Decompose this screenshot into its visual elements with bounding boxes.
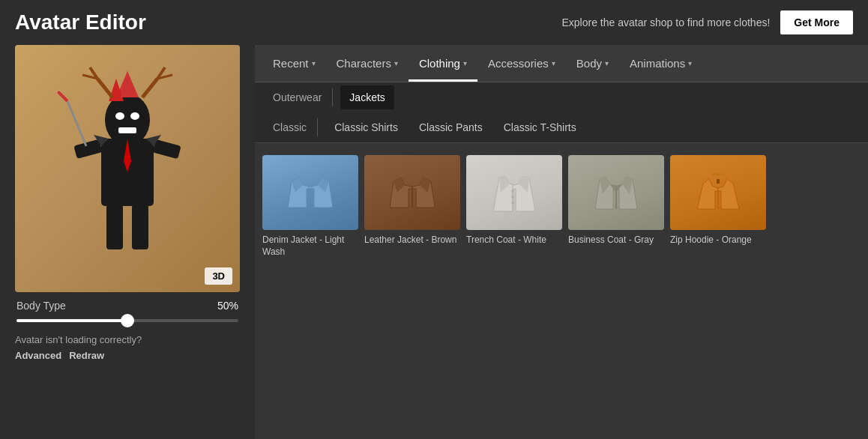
- tab-clothing-label: Clothing: [419, 57, 460, 70]
- tab-characters-label: Characters: [337, 57, 391, 70]
- tab-accessories[interactable]: Accessories ▾: [477, 45, 566, 82]
- svg-point-27: [511, 196, 514, 199]
- avatar-figure: [52, 56, 202, 281]
- svg-point-28: [511, 202, 514, 205]
- svg-point-1: [105, 94, 150, 146]
- avatar-3d-badge[interactable]: 3D: [205, 267, 232, 285]
- svg-rect-12: [118, 127, 136, 133]
- tab-accessories-chevron: ▾: [552, 59, 555, 67]
- item-leather-jacket-name: Leather Jacket - Brown: [364, 234, 460, 246]
- tab-animations[interactable]: Animations ▾: [619, 45, 702, 82]
- tab-clothing[interactable]: Clothing ▾: [409, 45, 477, 82]
- svg-rect-13: [73, 139, 102, 159]
- item-denim-jacket-name: Denim Jacket - Light Wash: [262, 234, 358, 258]
- item-zip-hoodie-name: Zip Hoodie - Orange: [670, 234, 766, 246]
- item-zip-hoodie[interactable]: Zip Hoodie - Orange: [670, 155, 766, 258]
- svg-rect-31: [717, 179, 720, 184]
- main-content: 3D Body Type 50% Avatar isn't loading co…: [0, 45, 868, 439]
- tab-recent-label: Recent: [273, 57, 309, 70]
- tab-recent-chevron: ▾: [312, 59, 316, 67]
- app-header: Avatar Editor Explore the avatar shop to…: [0, 0, 868, 45]
- avatar-panel: 3D Body Type 50% Avatar isn't loading co…: [0, 45, 255, 439]
- nav-tabs: Recent ▾ Characters ▾ Clothing ▾ Accesso…: [255, 45, 868, 82]
- tab-accessories-label: Accessories: [488, 57, 549, 70]
- svg-line-7: [142, 79, 157, 97]
- avatar-error-text: Avatar isn't loading correctly?: [15, 334, 240, 345]
- svg-point-26: [511, 190, 514, 193]
- items-grid: Denim Jacket - Light Wash Leather Jacket…: [255, 143, 868, 270]
- sub-nav-classic-shirts[interactable]: Classic Shirts: [325, 115, 407, 139]
- tab-recent[interactable]: Recent ▾: [262, 45, 326, 82]
- body-type-row: Body Type 50%: [15, 300, 240, 312]
- app-title: Avatar Editor: [15, 10, 146, 34]
- svg-rect-17: [132, 205, 148, 249]
- tab-clothing-chevron: ▾: [463, 59, 467, 67]
- zip-hoodie-svg: [688, 163, 748, 222]
- slider-fill: [16, 319, 127, 322]
- sub-nav-classic-items: Classic Shirts Classic Pants Classic T-S…: [318, 112, 593, 142]
- business-coat-svg: [586, 163, 646, 222]
- svg-line-15: [67, 101, 86, 146]
- item-zip-hoodie-image: [670, 155, 766, 230]
- avatar-preview: 3D: [15, 45, 240, 292]
- item-trench-coat-image: [466, 155, 562, 230]
- item-business-coat-name: Business Coat - Gray: [568, 234, 664, 246]
- tab-characters-chevron: ▾: [394, 59, 398, 67]
- slider-thumb[interactable]: [121, 314, 134, 327]
- item-leather-jacket-image: [364, 155, 460, 230]
- tab-body-chevron: ▾: [605, 59, 609, 67]
- sub-nav-classic-row: Classic Classic Shirts Classic Pants Cla…: [255, 112, 868, 142]
- sub-nav-outerwear-items: Jackets: [333, 82, 401, 112]
- body-type-value: 50%: [217, 300, 238, 312]
- sub-nav-jackets[interactable]: Jackets: [340, 85, 394, 109]
- item-trench-coat[interactable]: Trench Coat - White: [466, 155, 562, 258]
- sub-nav: Outerwear Jackets Classic Classic Shirts…: [255, 82, 868, 143]
- body-type-slider-row: [15, 316, 240, 322]
- tab-characters[interactable]: Characters ▾: [326, 45, 409, 82]
- svg-point-11: [130, 112, 139, 120]
- item-denim-jacket-image: [262, 155, 358, 230]
- tab-animations-label: Animations: [630, 57, 685, 70]
- tab-animations-chevron: ▾: [688, 59, 692, 67]
- sub-nav-classic[interactable]: Classic: [262, 112, 317, 142]
- header-right: Explore the avatar shop to find more clo…: [561, 10, 853, 34]
- redraw-link[interactable]: Redraw: [69, 350, 104, 361]
- sub-nav-outerwear-row: Outerwear Jackets: [255, 82, 868, 112]
- body-type-label: Body Type: [16, 300, 66, 312]
- item-trench-coat-name: Trench Coat - White: [466, 234, 562, 246]
- svg-rect-14: [152, 139, 181, 159]
- promo-text: Explore the avatar shop to find more clo…: [561, 16, 770, 28]
- svg-line-4: [97, 79, 112, 97]
- sub-nav-outerwear[interactable]: Outerwear: [262, 82, 332, 112]
- svg-rect-16: [106, 205, 123, 249]
- tab-body[interactable]: Body ▾: [566, 45, 619, 82]
- get-more-button[interactable]: Get More: [780, 10, 853, 34]
- clothing-panel: Recent ▾ Characters ▾ Clothing ▾ Accesso…: [255, 45, 868, 439]
- body-type-slider-track[interactable]: [16, 319, 238, 322]
- leather-jacket-svg: [382, 163, 442, 222]
- item-leather-jacket[interactable]: Leather Jacket - Brown: [364, 155, 460, 258]
- tab-body-label: Body: [576, 57, 602, 70]
- denim-jacket-svg: [280, 163, 340, 222]
- trench-coat-svg: [484, 163, 544, 222]
- sub-nav-classic-pants[interactable]: Classic Pants: [410, 115, 492, 139]
- sub-nav-classic-tshirts[interactable]: Classic T-Shirts: [495, 115, 585, 139]
- item-business-coat-image: [568, 155, 664, 230]
- item-denim-jacket[interactable]: Denim Jacket - Light Wash: [262, 155, 358, 258]
- item-business-coat[interactable]: Business Coat - Gray: [568, 155, 664, 258]
- svg-point-10: [115, 112, 124, 120]
- advanced-link[interactable]: Advanced: [15, 350, 61, 361]
- avatar-actions: Advanced Redraw: [15, 350, 240, 361]
